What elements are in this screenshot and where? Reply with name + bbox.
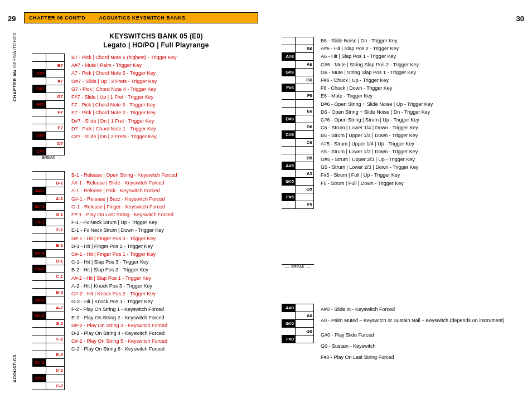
keyswitch-description: F6 - Chuck | Down - Trigger Key bbox=[321, 84, 521, 92]
piano-white-key: E-2 bbox=[46, 351, 65, 358]
keyswitch-description: E7 - Pick | Chord Note 2 - Trigger Key bbox=[71, 109, 267, 116]
keyswitch-description: F#6 - Chuck | Up - Trigger Key bbox=[321, 76, 521, 84]
piano-white-key bbox=[46, 374, 65, 382]
keyswitch-description: B7 - Pick | Chord Note 6 (highest) - Tri… bbox=[71, 53, 267, 61]
keyswitch-description: A0 - Palm Muted – Keyswitch or Sustain N… bbox=[321, 315, 521, 326]
piano-black-key: A#6 bbox=[282, 53, 295, 60]
piano-white-key bbox=[295, 100, 314, 107]
piano-white-key bbox=[46, 116, 65, 124]
piano-black-key: G#5 bbox=[282, 178, 295, 185]
piano-white-key: D-2 bbox=[46, 367, 65, 374]
keyswitch-description: A#-2 - Hit | Slap Pos 1 - Trigger Key bbox=[71, 274, 267, 282]
piano-white-key: E7 bbox=[46, 124, 65, 132]
piano-white-key: F7 bbox=[46, 109, 65, 116]
piano-black-key: A#-1 bbox=[32, 187, 46, 194]
keyswitch-description: G#7 - Slide | Up | 2 Frets - Trigger Key bbox=[71, 77, 267, 85]
piano-white-key: F-1 bbox=[46, 226, 65, 234]
page-title: KEYSWITCHS BANK 05 (E0) Legato | HO/PO |… bbox=[56, 32, 257, 50]
piano-black-key: C#7 bbox=[32, 148, 46, 155]
keyswitch-description: G0 - Sustain - Keyswitch bbox=[321, 341, 521, 352]
piano-white-key: A7 bbox=[46, 77, 65, 85]
desc-right-b: A#0 - Slide In - Keyswitch ForcedA0 - Pa… bbox=[321, 304, 521, 363]
piano-white-key bbox=[46, 218, 65, 226]
keyswitch-description: F7 - Pick | Chord Note 3 - Trigger Key bbox=[71, 101, 267, 109]
keyswitch-description: G#0 - Play Slide Forced bbox=[321, 329, 521, 341]
piano-white-key bbox=[46, 343, 65, 351]
section-right-b: A#0A0G#0G0F#0 A#0 - Slide In - Keyswitch… bbox=[282, 304, 521, 363]
piano-white-key bbox=[295, 84, 314, 91]
piano-white-key: A-1 bbox=[46, 195, 65, 202]
piano-black-key: F#0 bbox=[282, 335, 295, 343]
piano-white-key: C-2 bbox=[46, 382, 65, 390]
header-text-a: CHAPTER 06 CONT'D bbox=[29, 15, 85, 21]
piano-black-key: D#-2 bbox=[32, 359, 46, 366]
piano-black-key: G#0 bbox=[282, 320, 295, 327]
piano-white-key: B6 bbox=[295, 45, 314, 52]
keyswitch-description: G#-2 - Hit | Knock Pos 2 - Trigger Key bbox=[71, 290, 267, 298]
piano-white-key: A-2 bbox=[46, 304, 65, 312]
keyswitch-description: A#-1 - Release | Slide - Keyswitch Force… bbox=[71, 179, 267, 187]
side-label-thin: KEYSWITCHES bbox=[12, 32, 17, 69]
section-left-a: B7A#7A7G#7G7F#7F7E7D#7D7C#7 B7 - Pick | … bbox=[32, 53, 267, 155]
piano-white-key: E6 bbox=[295, 108, 314, 115]
piano-white-key bbox=[295, 335, 314, 343]
piano-white-key: F6 bbox=[295, 92, 314, 99]
desc-left-b: B-1 - Release | Open String - Keyswitch … bbox=[71, 171, 267, 353]
keyswitch-description: A-1 - Release | Pick - Keyswitch Forced bbox=[71, 187, 267, 194]
piano-white-key: A0 bbox=[295, 312, 314, 319]
keyswitch-description: E6 - Mute - Trigger Key bbox=[321, 92, 521, 100]
keyswitch-description: D7 - Pick | Chord Note 1 - Trigger Key bbox=[71, 125, 267, 133]
keyswitch-description: E-2 - Play On String 2 - Keyswitch Force… bbox=[71, 314, 267, 322]
piano-black-key: F#-1 bbox=[32, 218, 46, 226]
keyswitch-description: C#-1 - Hit | Finger Pos 1 - Trigger Key bbox=[71, 250, 267, 258]
piano-white-key: A6 bbox=[295, 61, 314, 68]
keyswitch-description: G-2 - Hit | Knock Pos 1 - Trigger Key bbox=[71, 298, 267, 305]
keyswitch-description: G6 - Mute | String Slap Pos 1 - Trigger … bbox=[321, 69, 521, 76]
piano-white-key: G5 bbox=[295, 186, 314, 193]
keyswitch-description: F#7 - Slide | Up | 1 Fret - Trigger Key bbox=[71, 93, 267, 101]
piano-black-key: G#7 bbox=[32, 85, 46, 93]
keyswitch-description: F#-1 - Play On Last String - Keyswitch F… bbox=[71, 211, 267, 218]
piano-white-key: B7 bbox=[46, 62, 65, 69]
keyswitch-description: D-2 - Play On String 4 - Keyswitch Force… bbox=[71, 329, 267, 337]
keyswitch-description: E-1 - Fx Neck Strum | Down - Trigger Key bbox=[71, 226, 267, 234]
keyswitch-description: A#5 - Strum | Upper 1/4 | Up - Trigger K… bbox=[321, 140, 521, 148]
keyswitch-description: F-2 - Play On String 1 - Keyswitch Force… bbox=[71, 305, 267, 313]
piano-black-key: D#6 bbox=[282, 115, 295, 123]
right-column: B6A#6A6G#6G6F#6F6E6D#6D6C#6C6B5A#5A5G#5G… bbox=[282, 37, 521, 363]
piano-white-key bbox=[295, 304, 314, 312]
keyboard-right-b: A#0A0G#0G0F#0 bbox=[282, 304, 314, 343]
piano-white-key: F5 bbox=[295, 201, 314, 208]
piano-black-key: C#-2 bbox=[32, 374, 46, 382]
keyswitch-description: A#0 - Slide In - Keyswitch Forced bbox=[321, 304, 521, 315]
piano-black-key bbox=[282, 37, 295, 45]
keyswitch-description: A7 - Pick | Chord Note 5 - Trigger Key bbox=[71, 69, 267, 77]
piano-white-key: G-1 bbox=[46, 211, 65, 218]
piano-white-key bbox=[295, 147, 314, 154]
piano-white-key: F-2 bbox=[46, 335, 65, 343]
piano-white-key bbox=[295, 178, 314, 185]
page-number-right: 30 bbox=[516, 14, 524, 23]
keyswitch-description: D#-2 - Play On String 3 - Keyswitch Forc… bbox=[71, 322, 267, 329]
side-label-bold: CHAPTER 06/ bbox=[12, 69, 17, 101]
piano-white-key: G7 bbox=[46, 93, 65, 100]
piano-black-key: A#-2 bbox=[32, 296, 46, 304]
piano-white-key bbox=[46, 132, 65, 139]
piano-white-key bbox=[46, 250, 65, 257]
keyswitch-description: A6 - Hit | Slap Pos 1 - Trigger Key bbox=[321, 52, 521, 60]
keyswitch-description: C#-2 - Play On String 5 - Keyswitch Forc… bbox=[71, 337, 267, 345]
piano-black-key: A#0 bbox=[282, 304, 295, 312]
keyswitch-description: G7 - Pick | Chord Note 4 - Trigger Key bbox=[71, 85, 267, 93]
piano-black-key: G#6 bbox=[282, 69, 295, 76]
break-label-right: — BREAK — bbox=[282, 264, 314, 270]
keyswitch-description: B6 - Slide Noise | Dn - Trigger Key bbox=[321, 37, 521, 45]
left-column: B7A#7A7G#7G7F#7F7E7D#7D7C#7 B7 - Pick | … bbox=[32, 53, 267, 390]
keyswitch-description: G-1 - Release | Finger - Keyswitch Force… bbox=[71, 203, 267, 211]
keyswitch-description: G5 - Strum | Lower 2/3 | Down - Trigger … bbox=[321, 163, 521, 171]
desc-left-a: B7 - Pick | Chord Note 6 (highest) - Tri… bbox=[71, 53, 267, 140]
section-right-a: B6A#6A6G#6G6F#6F6E6D#6D6C#6C6B5A#5A5G#5G… bbox=[282, 37, 521, 209]
piano-white-key: C6 bbox=[295, 139, 314, 146]
section-left-b: B-1A#-1A-1G#-1G-1F#-1F-1E-1D#-2D-1C#-2C-… bbox=[32, 171, 267, 390]
piano-black-key bbox=[32, 328, 46, 335]
piano-white-key bbox=[295, 162, 314, 169]
